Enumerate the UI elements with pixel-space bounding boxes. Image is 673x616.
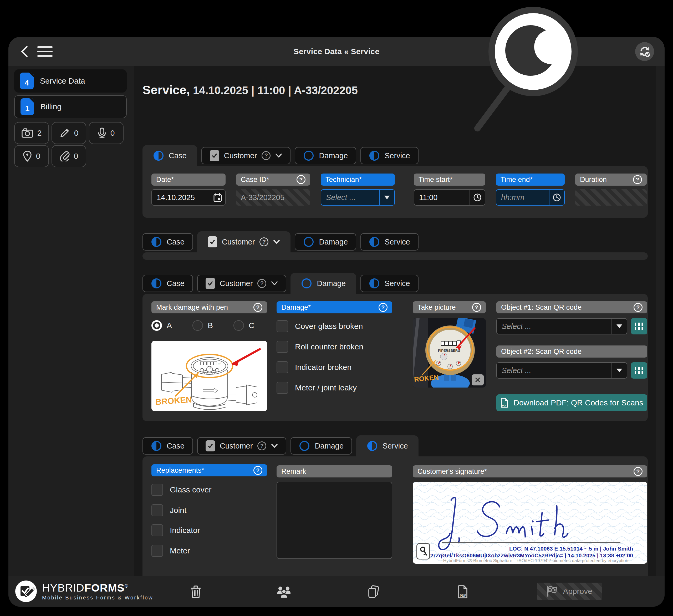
- help-icon[interactable]: ?: [472, 303, 481, 312]
- export-pdf-button[interactable]: PDF: [453, 583, 472, 601]
- tab-service[interactable]: Service: [361, 275, 419, 292]
- bottom-action-bar: HYBRIDFORMS® Mobile Business Forms & Wor…: [8, 576, 665, 607]
- location-counter-button[interactable]: 0: [14, 145, 49, 167]
- sketch-variant-radios: A B C: [152, 320, 254, 331]
- radio-b-label: B: [208, 321, 213, 330]
- calendar-icon[interactable]: [210, 190, 225, 205]
- meter-joint-leaky-checkbox[interactable]: [276, 382, 288, 394]
- signature-note-text: HybridForms® Biometric Signature – ISO/I…: [443, 558, 628, 563]
- signature-key-button[interactable]: [416, 543, 430, 560]
- half-progress-icon: [369, 278, 380, 289]
- attachments-counter-button[interactable]: 0: [51, 145, 86, 167]
- help-icon[interactable]: ?: [253, 466, 262, 475]
- time-start-input[interactable]: 11:00: [414, 189, 485, 206]
- date-input[interactable]: 14.10.2025: [152, 189, 226, 206]
- pdf-file-icon: PDF: [457, 585, 468, 599]
- dropdown-arrow-icon[interactable]: [379, 190, 394, 205]
- tab-damage[interactable]: Damage: [290, 437, 352, 455]
- help-icon[interactable]: ?: [634, 467, 643, 476]
- approve-button[interactable]: Approve: [537, 583, 602, 600]
- copy-icon: [368, 585, 379, 599]
- tab-case[interactable]: Case: [143, 437, 193, 455]
- checkbox-row: Joint: [152, 504, 186, 517]
- sidebar-item-billing[interactable]: 1 Billing: [14, 95, 127, 118]
- radio-a[interactable]: [152, 320, 162, 331]
- object1-placeholder: Select ...: [497, 319, 612, 334]
- object2-select[interactable]: Select ...: [496, 362, 627, 379]
- help-icon[interactable]: ?: [633, 175, 642, 184]
- meter-checkbox[interactable]: [152, 545, 163, 557]
- help-icon[interactable]: ?: [634, 303, 643, 312]
- tab-service[interactable]: Service: [356, 435, 419, 456]
- copy-form-button[interactable]: [364, 583, 383, 601]
- audio-counter-button[interactable]: 0: [89, 122, 124, 144]
- tab-case[interactable]: Case: [143, 275, 193, 292]
- clock-icon[interactable]: [549, 190, 564, 205]
- tab-damage[interactable]: Damage: [295, 233, 356, 250]
- object2-scan-button[interactable]: [631, 362, 647, 379]
- attachment-icon: [60, 151, 70, 161]
- checkbox-label: Indicator broken: [295, 363, 352, 372]
- help-icon[interactable]: ?: [296, 175, 305, 184]
- tab-service[interactable]: Service: [361, 233, 419, 250]
- help-icon: ?: [257, 279, 266, 288]
- app-window: Service Data « Service 4 Service Data 1 …: [8, 37, 665, 607]
- cover-glass-broken-checkbox[interactable]: [276, 320, 288, 332]
- joint-checkbox[interactable]: [152, 504, 163, 517]
- remark-textarea[interactable]: [276, 482, 392, 559]
- date-value: 14.10.2025: [152, 190, 210, 205]
- dropdown-arrow-icon[interactable]: [612, 319, 627, 334]
- tab-damage[interactable]: Damage: [295, 147, 356, 164]
- radio-b[interactable]: [192, 320, 203, 331]
- checkbox-label: Cover glass broken: [295, 322, 363, 331]
- dropdown-arrow-icon[interactable]: [612, 363, 627, 378]
- time-start-label: Time start*: [414, 174, 485, 186]
- help-icon[interactable]: ?: [253, 303, 262, 312]
- tab-customer[interactable]: Customer ?: [197, 275, 286, 292]
- tab-case[interactable]: Case: [143, 233, 193, 250]
- delete-form-button[interactable]: [187, 583, 205, 601]
- roll-counter-broken-checkbox[interactable]: [276, 341, 288, 353]
- checkbox-label: Glass cover: [170, 485, 211, 494]
- chevron-down-icon: [271, 443, 278, 448]
- checkbox-row: Glass cover: [152, 484, 211, 496]
- tab-customer[interactable]: Customer ?: [197, 437, 286, 455]
- object1-label: Object #1: Scan QR code?: [496, 301, 647, 314]
- object1-scan-button[interactable]: [631, 318, 647, 335]
- sidebar-item-service-data[interactable]: 4 Service Data: [14, 69, 127, 92]
- svg-text:m³: m³: [218, 362, 221, 366]
- indicator-checkbox[interactable]: [152, 524, 163, 536]
- damage-sketch-image[interactable]: m³ BROKEN: [152, 341, 267, 411]
- remark-label: Remark: [276, 465, 392, 477]
- object1-select[interactable]: Select ...: [496, 318, 627, 335]
- case-id-readonly: A-33/202205: [236, 189, 310, 206]
- help-icon[interactable]: ?: [379, 303, 388, 312]
- indicator-broken-checkbox[interactable]: [276, 361, 288, 373]
- page-title: Service, 14.10.2025 | 11:00 | A-33/20220…: [143, 82, 358, 97]
- share-users-button[interactable]: [275, 583, 293, 601]
- tab-customer[interactable]: Customer ?: [201, 147, 291, 164]
- download-qr-pdf-button[interactable]: PDF Download PDF: QR Codes for Scans: [496, 394, 647, 411]
- photos-counter-button[interactable]: 2: [14, 122, 49, 144]
- damage-photo-thumbnail[interactable]: PIPERSBERG ROKEN: [413, 318, 486, 388]
- clock-icon[interactable]: [469, 190, 485, 205]
- tab-damage[interactable]: Damage: [290, 273, 356, 294]
- radio-a-label: A: [167, 321, 172, 330]
- tab-service[interactable]: Service: [361, 147, 419, 164]
- help-icon: ?: [262, 151, 270, 160]
- sketches-counter-button[interactable]: 0: [51, 122, 86, 144]
- empty-progress-icon: [299, 440, 310, 451]
- glass-cover-checkbox[interactable]: [152, 484, 163, 496]
- sync-button[interactable]: [635, 42, 654, 61]
- half-progress-icon: [369, 150, 380, 161]
- tab-customer[interactable]: Customer ?: [197, 231, 291, 252]
- remove-photo-button[interactable]: [472, 374, 484, 385]
- signature-pad[interactable]: LOC: N 47.10063 E 15.51014 ~ 5 m | John …: [413, 482, 647, 564]
- tab-case[interactable]: Case: [143, 145, 197, 166]
- technician-select[interactable]: Select ...: [321, 189, 395, 206]
- tab-label: Case: [167, 442, 185, 450]
- checkered-flag-icon: [546, 586, 558, 597]
- tabrow-service: Case Customer ? Damage Service: [143, 435, 419, 456]
- time-end-input[interactable]: hh:mm: [496, 189, 565, 206]
- radio-c[interactable]: [233, 320, 244, 331]
